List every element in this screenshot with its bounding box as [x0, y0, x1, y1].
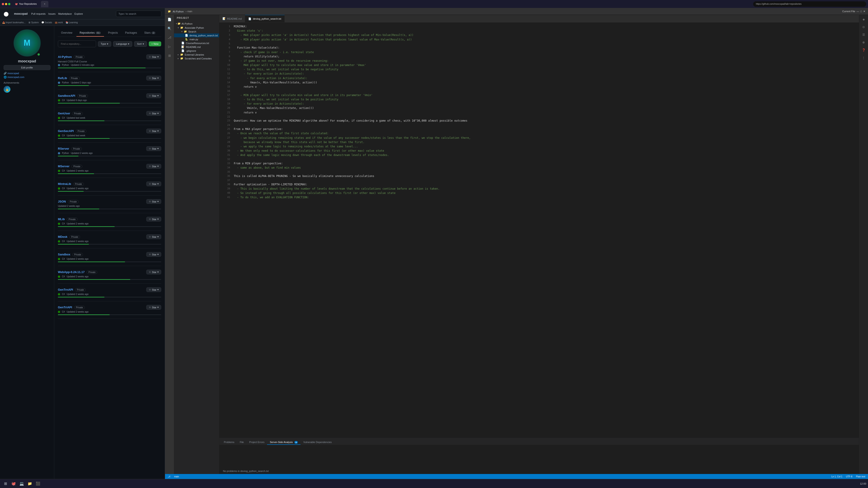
star-button[interactable]: ☆ Star ▾: [146, 146, 161, 151]
ide-maximize-icon[interactable]: □: [860, 10, 862, 13]
repo-name[interactable]: AI-Python: [58, 55, 72, 59]
tree-item-course-resources[interactable]: 📄 CourseResources.txt: [174, 41, 219, 45]
close-dot[interactable]: [2, 3, 4, 5]
tree-item-associate-python[interactable]: ▾ 📁 Associate Python: [174, 26, 219, 30]
repo-name[interactable]: RServer: [58, 147, 69, 150]
taskbar-terminal-icon[interactable]: ⬛: [34, 480, 41, 487]
right-icon-5[interactable]: ❓: [861, 47, 866, 53]
ide-close-icon[interactable]: ✕: [863, 10, 865, 13]
repo-name[interactable]: GenUser: [58, 112, 70, 115]
tree-item-main-py[interactable]: 🐍 main.py: [174, 37, 219, 41]
ide-minimize-icon[interactable]: —: [857, 10, 859, 13]
star-button[interactable]: ☆ Star ▾: [146, 129, 161, 133]
nav-projects[interactable]: Projects: [105, 29, 121, 37]
panel-tab-file[interactable]: File: [237, 440, 246, 445]
bookmark-learning[interactable]: 📚 Learning: [66, 21, 78, 24]
repo-name[interactable]: GenTriAPI: [58, 305, 72, 309]
right-icon-1[interactable]: ◈: [861, 17, 866, 22]
source-control-icon[interactable]: ⎇: [167, 35, 172, 40]
statusbar-line-col[interactable]: Ln 1, Col 1: [831, 475, 842, 478]
tree-item-gitignore[interactable]: 📄 .gitignore: [174, 49, 219, 53]
right-icon-2[interactable]: ⊙: [861, 24, 866, 29]
taskbar-ide-icon[interactable]: 💻: [18, 480, 25, 487]
right-icon-4[interactable]: ⊕: [861, 40, 866, 45]
star-button[interactable]: ☆ Star ▾: [146, 199, 161, 204]
maximize-dot[interactable]: [8, 3, 10, 5]
tree-item-external-libs[interactable]: ▸ 📁 External Libraries: [174, 53, 219, 57]
new-tab-button[interactable]: +: [41, 1, 49, 7]
start-menu-icon[interactable]: ⊞: [2, 480, 9, 487]
ide-code-editor[interactable]: 1 MINIMAX: 2 Given state 's': 3 - MAX pl…: [219, 23, 859, 438]
repo-name[interactable]: MLib: [58, 218, 65, 221]
nav-link-explore[interactable]: Explore: [74, 12, 83, 15]
edit-profile-button[interactable]: Edit profile: [4, 65, 51, 70]
statusbar-branch[interactable]: main: [174, 475, 179, 478]
repo-name[interactable]: MServer: [58, 165, 69, 168]
language-filter-button[interactable]: Language ▾: [113, 41, 132, 47]
star-button[interactable]: ☆ Star ▾: [146, 182, 161, 186]
panel-tab-vulnerable-deps[interactable]: Vulnerable Dependencies: [301, 440, 334, 445]
repo-search-input[interactable]: [58, 40, 96, 47]
repo-name[interactable]: MDesk: [58, 235, 67, 238]
bookmark-system[interactable]: 🖥 System: [28, 21, 39, 24]
tree-item-readme[interactable]: 📝 README.md: [174, 45, 219, 49]
profile-link-username[interactable]: 🔗 moocxpad: [4, 72, 51, 75]
star-button[interactable]: ☆ Star ▾: [146, 164, 161, 169]
new-repo-button[interactable]: + New: [149, 41, 161, 46]
taskbar-folder-icon[interactable]: 📁: [26, 480, 33, 487]
tree-item-search[interactable]: ▾ 📁 Search: [174, 30, 219, 33]
search-icon[interactable]: 🔍: [167, 26, 172, 31]
repo-name[interactable]: MintraLib: [58, 182, 71, 186]
type-filter-button[interactable]: Type ▾: [98, 41, 112, 47]
right-icon-3[interactable]: ☰: [861, 32, 866, 37]
star-button[interactable]: ☆ Star ▾: [146, 234, 161, 239]
tree-item-deviog-search[interactable]: 📄 deviog_python_search.txt: [174, 33, 219, 37]
statusbar-encoding[interactable]: UTF-8: [846, 475, 852, 478]
bookmark-work[interactable]: 💼 work: [55, 21, 63, 24]
project-root-folder[interactable]: ▾ 📁 AI-Python: [174, 22, 219, 26]
tree-item-scratches[interactable]: ▸ 📁 Scratches and Consoles: [174, 57, 219, 60]
ide-tab-deviog[interactable]: 📄 deviog_python_search.txt: [245, 15, 284, 22]
sort-filter-button[interactable]: Sort ▾: [134, 41, 147, 47]
star-button[interactable]: ☆ Star ▾: [146, 93, 161, 98]
panel-tab-problems[interactable]: Problems: [221, 440, 237, 445]
repo-name[interactable]: SandboxAPI: [58, 94, 75, 97]
repo-name[interactable]: JSON: [58, 200, 66, 203]
nav-link-marketplace[interactable]: Marketplace: [58, 12, 72, 15]
repo-name[interactable]: RefLib: [58, 76, 67, 80]
bookmark-socials[interactable]: 💬 Socials: [41, 21, 52, 24]
star-button[interactable]: ☆ Star ▾: [146, 252, 161, 257]
nav-overview[interactable]: Overview: [58, 29, 75, 37]
panel-tab-server-analysis[interactable]: Server-Side Analysis ●: [267, 440, 301, 445]
right-icon-6[interactable]: ⋮: [861, 55, 866, 60]
github-search-bar[interactable]: Type / to search: [116, 11, 161, 17]
ide-tab-readme[interactable]: 📝 README.md: [219, 15, 245, 22]
star-button[interactable]: ☆ Star ▾: [146, 55, 161, 59]
address-bar[interactable]: https://github.com/moocxpad/tab=reposito…: [753, 1, 866, 7]
star-button[interactable]: ☆ Star ▾: [146, 287, 161, 292]
statusbar-language[interactable]: Plain text: [856, 475, 865, 478]
panel-tab-project-errors[interactable]: Project Errors: [246, 440, 267, 445]
repo-name[interactable]: GenTrnAPI: [58, 288, 73, 291]
star-button[interactable]: ☆ Star ▾: [146, 76, 161, 80]
nav-stars[interactable]: Stars2: [141, 29, 159, 37]
repo-name[interactable]: Sandbox: [58, 253, 70, 256]
minimize-dot[interactable]: [5, 3, 7, 5]
star-button[interactable]: ☆ Star ▾: [146, 270, 161, 274]
debug-icon[interactable]: ▷: [167, 44, 172, 49]
star-button[interactable]: ☆ Star ▾: [146, 111, 161, 116]
nav-packages[interactable]: Packages: [122, 29, 140, 37]
taskbar-github-icon[interactable]: 🐙: [10, 480, 17, 487]
profile-link-website[interactable]: 🌐 moocxpad.com: [4, 76, 51, 79]
bookmark-import[interactable]: 📥 Import bookmarks...: [2, 21, 26, 24]
nav-link-pull-requests[interactable]: Pull requests: [31, 12, 46, 15]
extensions-icon[interactable]: ⊞: [167, 53, 172, 58]
star-button[interactable]: ☆ Star ▾: [146, 305, 161, 310]
nav-repositories[interactable]: Repositories91: [76, 29, 104, 37]
repo-name[interactable]: WebApp-0.24.11.17: [58, 270, 85, 274]
star-button[interactable]: ☆ Star ▾: [146, 217, 161, 222]
repo-name[interactable]: GenSecAPI: [58, 129, 74, 133]
nav-link-issues[interactable]: Issues: [49, 12, 56, 15]
browser-tab-active[interactable]: 🐙 Your Repositories: [12, 1, 40, 7]
explorer-icon[interactable]: 📄: [167, 17, 172, 22]
